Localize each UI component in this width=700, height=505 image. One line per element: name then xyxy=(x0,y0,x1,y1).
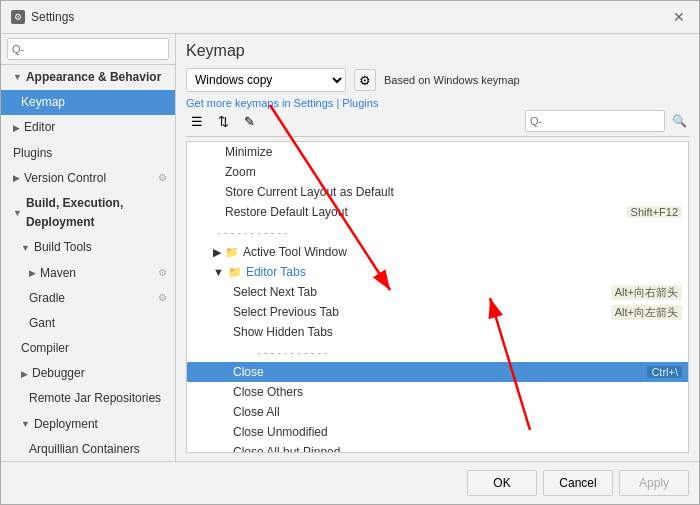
keymap-gear-button[interactable]: ⚙ xyxy=(354,69,376,91)
sidebar-item-build-tools[interactable]: ▼ Build Tools xyxy=(1,235,175,260)
sidebar: ▼ Appearance & Behavior Keymap ▶ Editor … xyxy=(1,34,176,461)
content-panel: Keymap Windows copy ⚙ Based on Windows k… xyxy=(176,34,699,461)
close-button[interactable]: ✕ xyxy=(669,7,689,27)
settings-icon: ⚙ xyxy=(11,10,25,24)
get-more-keymaps-link[interactable]: Get more keymaps in Settings | Plugins xyxy=(186,96,689,110)
sidebar-item-build[interactable]: ▼ Build, Execution, Deployment xyxy=(1,191,175,235)
sidebar-item-editor[interactable]: ▶ Editor xyxy=(1,115,175,140)
keymap-item-close-others[interactable]: Close Others xyxy=(187,382,688,402)
sidebar-item-version-control[interactable]: ▶ Version Control ⚙ xyxy=(1,166,175,191)
sidebar-item-appearance[interactable]: ▼ Appearance & Behavior xyxy=(1,65,175,90)
cancel-button[interactable]: Cancel xyxy=(543,470,613,496)
sort-button[interactable]: ⇅ xyxy=(212,111,234,131)
keymap-item-select-prev-tab[interactable]: Select Previous Tab Alt+向左箭头 xyxy=(187,302,688,322)
toolbar-row: ☰ ⇅ ✎ 🔍 xyxy=(186,110,689,141)
page-title: Keymap xyxy=(186,42,689,60)
sidebar-item-deployment[interactable]: ▼ Deployment xyxy=(1,412,175,437)
toolbar: ☰ ⇅ ✎ 🔍 xyxy=(186,110,689,137)
keymap-item-zoom[interactable]: Zoom xyxy=(187,162,688,182)
dialog-body: ▼ Appearance & Behavior Keymap ▶ Editor … xyxy=(1,34,699,461)
keymap-item-close-all[interactable]: Close All xyxy=(187,402,688,422)
keymap-sep1: - - - - - - - - - - - xyxy=(187,222,688,242)
keymap-item-close[interactable]: Close Ctrl+\ xyxy=(187,362,688,382)
sidebar-item-gradle[interactable]: Gradle ⚙ xyxy=(1,286,175,311)
dialog-footer: OK Cancel Apply xyxy=(1,461,699,504)
shortcut-close: Ctrl+\ xyxy=(647,366,682,378)
keymap-item-select-next-tab[interactable]: Select Next Tab Alt+向右箭头 xyxy=(187,282,688,302)
sidebar-item-keymap[interactable]: Keymap xyxy=(1,90,175,115)
sidebar-item-arquillian[interactable]: Arquillian Containers xyxy=(1,437,175,461)
sidebar-item-maven[interactable]: ▶ Maven ⚙ xyxy=(1,261,175,286)
keymap-list: Minimize Zoom Store Current Layout as De… xyxy=(186,141,689,453)
sidebar-item-gant[interactable]: Gant xyxy=(1,311,175,336)
sidebar-search-input[interactable] xyxy=(7,38,169,60)
sidebar-item-debugger[interactable]: ▶ Debugger xyxy=(1,361,175,386)
list-view-button[interactable]: ☰ xyxy=(186,111,208,131)
title-bar: ⚙ Settings ✕ xyxy=(1,1,699,34)
keymap-item-show-hidden-tabs[interactable]: Show Hidden Tabs xyxy=(187,322,688,342)
settings-dialog: ⚙ Settings ✕ ▼ Appearance & Behavior Key… xyxy=(0,0,700,505)
keymap-selector-row: Windows copy ⚙ Based on Windows keymap xyxy=(186,68,689,92)
ok-button[interactable]: OK xyxy=(467,470,537,496)
sidebar-item-plugins[interactable]: Plugins xyxy=(1,141,175,166)
based-on-text: Based on Windows keymap xyxy=(384,74,520,86)
keymap-item-close-all-pinned[interactable]: Close All but Pinned xyxy=(187,442,688,453)
keymap-select[interactable]: Windows copy xyxy=(186,68,346,92)
shortcut-next-tab: Alt+向右箭头 xyxy=(611,285,682,300)
keymap-item-editor-tabs[interactable]: ▼ 📁 Editor Tabs xyxy=(187,262,688,282)
keymap-item-store-layout[interactable]: Store Current Layout as Default xyxy=(187,182,688,202)
edit-button[interactable]: ✎ xyxy=(238,111,260,131)
keymap-item-restore-layout[interactable]: Restore Default Layout Shift+F12 xyxy=(187,202,688,222)
sidebar-item-remote-jar[interactable]: Remote Jar Repositories xyxy=(1,386,175,411)
shortcut-prev-tab: Alt+向左箭头 xyxy=(611,305,682,320)
keymap-item-minimize[interactable]: Minimize xyxy=(187,142,688,162)
dialog-title: Settings xyxy=(31,10,74,24)
sidebar-search-container xyxy=(1,34,175,65)
keymap-search-input[interactable] xyxy=(525,110,665,132)
sidebar-item-compiler[interactable]: Compiler xyxy=(1,336,175,361)
content-area: Keymap Windows copy ⚙ Based on Windows k… xyxy=(186,42,689,453)
keymap-search-button[interactable]: 🔍 xyxy=(669,111,689,131)
keymap-item-close-unmodified[interactable]: Close Unmodified xyxy=(187,422,688,442)
shortcut-restore-layout: Shift+F12 xyxy=(627,206,682,218)
keymap-item-active-tool[interactable]: ▶ 📁 Active Tool Window xyxy=(187,242,688,262)
apply-button[interactable]: Apply xyxy=(619,470,689,496)
keymap-sep2: - - - - - - - - - - - xyxy=(187,342,688,362)
title-bar-left: ⚙ Settings xyxy=(11,10,74,24)
